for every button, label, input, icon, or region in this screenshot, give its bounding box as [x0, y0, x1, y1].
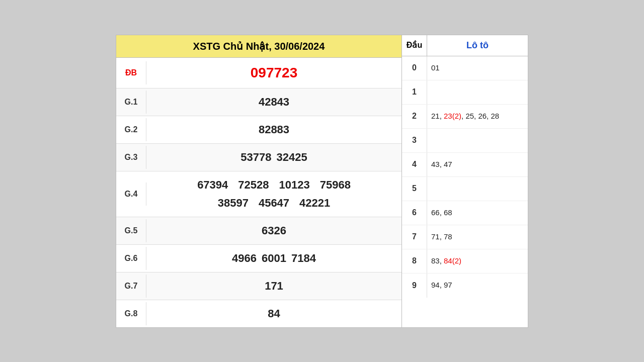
row-values: 5377832425	[146, 144, 401, 171]
lottery-value: 53778	[240, 151, 271, 164]
loto-dau-value: 8	[402, 249, 427, 273]
table-row: G.7171	[116, 273, 401, 300]
table-row: G.56326	[116, 217, 401, 245]
loto-table: Đầu Lô tô 0011221, 23(2), 25, 26, 283443…	[402, 35, 528, 327]
loto-loto-header: Lô tô	[427, 35, 528, 56]
lottery-value: 75968	[320, 178, 351, 192]
row-label: G.7	[116, 275, 146, 298]
lottery-value: 45647	[259, 197, 289, 210]
loto-value: 66, 68	[427, 203, 528, 223]
loto-value: 21, 23(2), 25, 26, 28	[427, 107, 528, 126]
lottery-value: 67394	[197, 178, 228, 192]
loto-value: 94, 97	[427, 276, 528, 295]
lottery-table: XSTG Chủ Nhật, 30/06/2024 ĐB097723G.1428…	[116, 35, 402, 327]
row-label: G.1	[116, 90, 146, 114]
loto-dau-value: 0	[402, 56, 427, 80]
loto-row: 221, 23(2), 25, 26, 28	[402, 105, 528, 129]
row-label: G.5	[116, 219, 146, 242]
row-values: 097723	[146, 58, 401, 88]
lottery-value: 10123	[279, 178, 310, 192]
lottery-value: 32425	[277, 151, 307, 164]
row-label: G.6	[116, 247, 146, 270]
lottery-value: 097723	[251, 65, 297, 81]
loto-dau-value: 7	[402, 225, 427, 249]
loto-row: 771, 78	[402, 225, 528, 249]
lottery-value: 7184	[291, 252, 316, 265]
loto-row: 001	[402, 56, 528, 80]
lottery-value: 42221	[299, 197, 330, 210]
loto-dau-value: 6	[402, 201, 427, 225]
table-row: G.35377832425	[116, 144, 401, 171]
loto-row: 994, 97	[402, 274, 528, 298]
row-values: 84	[146, 300, 401, 327]
lottery-value: 84	[268, 307, 280, 320]
row-label: G.3	[116, 146, 146, 169]
row-values: 496660017184	[146, 245, 401, 272]
row-values: 6326	[146, 217, 401, 244]
table-row: G.884	[116, 300, 401, 327]
loto-row: 443, 47	[402, 153, 528, 177]
lottery-value: 4966	[232, 252, 257, 265]
table-row: ĐB097723	[116, 58, 401, 88]
loto-dau-value: 3	[402, 129, 427, 152]
loto-header: Đầu Lô tô	[402, 35, 528, 56]
loto-dau-value: 5	[402, 177, 427, 201]
loto-value: 01	[427, 58, 528, 78]
loto-value: 43, 47	[427, 155, 528, 174]
lottery-value: 6326	[262, 224, 286, 237]
main-container: XSTG Chủ Nhật, 30/06/2024 ĐB097723G.1428…	[116, 35, 528, 328]
loto-value	[427, 136, 528, 144]
row-label: G.2	[116, 118, 146, 141]
row-label: ĐB	[116, 61, 146, 84]
row-label: G.8	[116, 302, 146, 325]
row-label: G.4	[116, 183, 146, 206]
lottery-value: 82883	[259, 123, 289, 136]
table-row: G.6496660017184	[116, 245, 401, 273]
lottery-value: 42843	[259, 96, 289, 109]
loto-row: 5	[402, 177, 528, 201]
loto-value: 83, 84(2)	[427, 251, 528, 271]
loto-row: 883, 84(2)	[402, 249, 528, 274]
lottery-value: 72528	[238, 178, 269, 192]
loto-dau-value: 9	[402, 274, 427, 298]
loto-value: 71, 78	[427, 227, 528, 247]
loto-value	[427, 88, 528, 96]
loto-dau-value: 2	[402, 105, 427, 128]
table-row: G.142843	[116, 88, 401, 116]
loto-row: 666, 68	[402, 201, 528, 225]
loto-row: 1	[402, 80, 528, 105]
loto-dau-value: 4	[402, 153, 427, 176]
loto-row: 3	[402, 129, 528, 153]
loto-dau-header: Đầu	[402, 35, 427, 56]
lottery-value: 6001	[262, 252, 286, 265]
loto-dau-value: 1	[402, 80, 427, 104]
lottery-value: 38597	[218, 197, 249, 210]
lottery-value: 171	[265, 280, 283, 293]
table-row: G.282883	[116, 116, 401, 144]
row-values: 67394725281012375968385974564742221	[146, 171, 401, 217]
loto-value	[427, 185, 528, 193]
table-header: XSTG Chủ Nhật, 30/06/2024	[116, 35, 401, 58]
table-row: G.467394725281012375968385974564742221	[116, 171, 401, 217]
row-values: 42843	[146, 88, 401, 116]
row-values: 171	[146, 273, 401, 300]
row-values: 82883	[146, 116, 401, 143]
